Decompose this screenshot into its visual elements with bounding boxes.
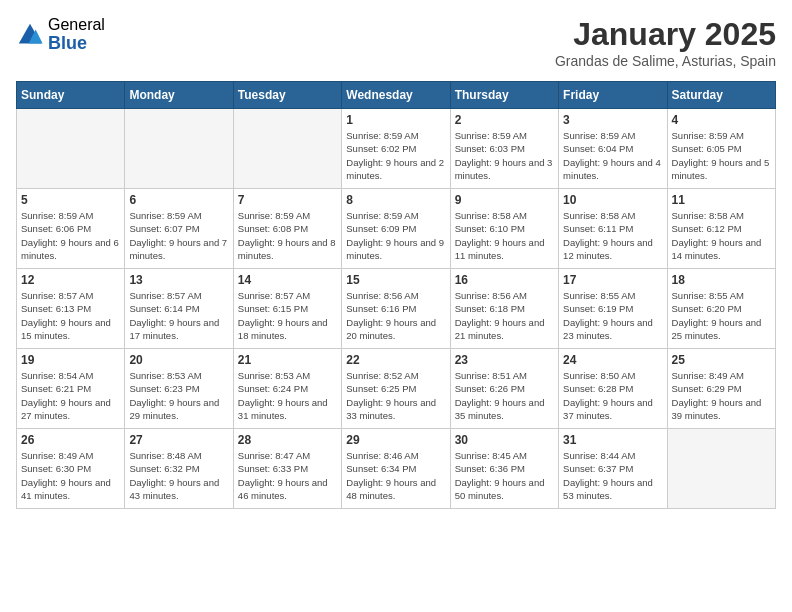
day-number: 16 <box>455 273 554 287</box>
day-number: 25 <box>672 353 771 367</box>
day-info: Sunrise: 8:59 AMSunset: 6:03 PMDaylight:… <box>455 129 554 182</box>
day-number: 24 <box>563 353 662 367</box>
day-info: Sunrise: 8:59 AMSunset: 6:06 PMDaylight:… <box>21 209 120 262</box>
calendar-cell <box>17 109 125 189</box>
day-number: 8 <box>346 193 445 207</box>
calendar-cell: 15 Sunrise: 8:56 AMSunset: 6:16 PMDaylig… <box>342 269 450 349</box>
calendar-cell <box>125 109 233 189</box>
day-number: 31 <box>563 433 662 447</box>
calendar-cell: 5 Sunrise: 8:59 AMSunset: 6:06 PMDayligh… <box>17 189 125 269</box>
day-info: Sunrise: 8:48 AMSunset: 6:32 PMDaylight:… <box>129 449 228 502</box>
day-number: 22 <box>346 353 445 367</box>
calendar-cell: 10 Sunrise: 8:58 AMSunset: 6:11 PMDaylig… <box>559 189 667 269</box>
calendar-cell: 9 Sunrise: 8:58 AMSunset: 6:10 PMDayligh… <box>450 189 558 269</box>
column-header-tuesday: Tuesday <box>233 82 341 109</box>
day-info: Sunrise: 8:56 AMSunset: 6:18 PMDaylight:… <box>455 289 554 342</box>
calendar-week-row: 5 Sunrise: 8:59 AMSunset: 6:06 PMDayligh… <box>17 189 776 269</box>
day-info: Sunrise: 8:47 AMSunset: 6:33 PMDaylight:… <box>238 449 337 502</box>
logo-blue: Blue <box>48 34 105 54</box>
calendar-cell: 17 Sunrise: 8:55 AMSunset: 6:19 PMDaylig… <box>559 269 667 349</box>
calendar-week-row: 19 Sunrise: 8:54 AMSunset: 6:21 PMDaylig… <box>17 349 776 429</box>
calendar-cell: 28 Sunrise: 8:47 AMSunset: 6:33 PMDaylig… <box>233 429 341 509</box>
calendar-cell: 1 Sunrise: 8:59 AMSunset: 6:02 PMDayligh… <box>342 109 450 189</box>
calendar-cell: 24 Sunrise: 8:50 AMSunset: 6:28 PMDaylig… <box>559 349 667 429</box>
calendar-cell: 30 Sunrise: 8:45 AMSunset: 6:36 PMDaylig… <box>450 429 558 509</box>
column-header-sunday: Sunday <box>17 82 125 109</box>
calendar-cell: 22 Sunrise: 8:52 AMSunset: 6:25 PMDaylig… <box>342 349 450 429</box>
day-info: Sunrise: 8:45 AMSunset: 6:36 PMDaylight:… <box>455 449 554 502</box>
day-info: Sunrise: 8:49 AMSunset: 6:30 PMDaylight:… <box>21 449 120 502</box>
day-number: 9 <box>455 193 554 207</box>
calendar-cell: 31 Sunrise: 8:44 AMSunset: 6:37 PMDaylig… <box>559 429 667 509</box>
calendar-week-row: 12 Sunrise: 8:57 AMSunset: 6:13 PMDaylig… <box>17 269 776 349</box>
calendar-cell: 8 Sunrise: 8:59 AMSunset: 6:09 PMDayligh… <box>342 189 450 269</box>
calendar-cell: 13 Sunrise: 8:57 AMSunset: 6:14 PMDaylig… <box>125 269 233 349</box>
day-info: Sunrise: 8:53 AMSunset: 6:23 PMDaylight:… <box>129 369 228 422</box>
day-info: Sunrise: 8:59 AMSunset: 6:02 PMDaylight:… <box>346 129 445 182</box>
day-info: Sunrise: 8:51 AMSunset: 6:26 PMDaylight:… <box>455 369 554 422</box>
day-number: 7 <box>238 193 337 207</box>
day-number: 4 <box>672 113 771 127</box>
day-number: 6 <box>129 193 228 207</box>
calendar-cell: 2 Sunrise: 8:59 AMSunset: 6:03 PMDayligh… <box>450 109 558 189</box>
title-block: January 2025 Grandas de Salime, Asturias… <box>555 16 776 69</box>
day-number: 19 <box>21 353 120 367</box>
day-info: Sunrise: 8:59 AMSunset: 6:04 PMDaylight:… <box>563 129 662 182</box>
day-number: 14 <box>238 273 337 287</box>
calendar-cell: 6 Sunrise: 8:59 AMSunset: 6:07 PMDayligh… <box>125 189 233 269</box>
calendar-cell: 29 Sunrise: 8:46 AMSunset: 6:34 PMDaylig… <box>342 429 450 509</box>
day-number: 12 <box>21 273 120 287</box>
day-number: 30 <box>455 433 554 447</box>
column-header-friday: Friday <box>559 82 667 109</box>
day-number: 2 <box>455 113 554 127</box>
calendar-week-row: 1 Sunrise: 8:59 AMSunset: 6:02 PMDayligh… <box>17 109 776 189</box>
calendar-cell: 20 Sunrise: 8:53 AMSunset: 6:23 PMDaylig… <box>125 349 233 429</box>
day-number: 28 <box>238 433 337 447</box>
logo-general: General <box>48 16 105 34</box>
day-info: Sunrise: 8:57 AMSunset: 6:13 PMDaylight:… <box>21 289 120 342</box>
calendar-cell: 11 Sunrise: 8:58 AMSunset: 6:12 PMDaylig… <box>667 189 775 269</box>
location: Grandas de Salime, Asturias, Spain <box>555 53 776 69</box>
calendar-cell: 3 Sunrise: 8:59 AMSunset: 6:04 PMDayligh… <box>559 109 667 189</box>
calendar-cell: 19 Sunrise: 8:54 AMSunset: 6:21 PMDaylig… <box>17 349 125 429</box>
day-info: Sunrise: 8:49 AMSunset: 6:29 PMDaylight:… <box>672 369 771 422</box>
logo: General Blue <box>16 16 105 53</box>
day-info: Sunrise: 8:57 AMSunset: 6:15 PMDaylight:… <box>238 289 337 342</box>
day-info: Sunrise: 8:59 AMSunset: 6:05 PMDaylight:… <box>672 129 771 182</box>
calendar-cell: 23 Sunrise: 8:51 AMSunset: 6:26 PMDaylig… <box>450 349 558 429</box>
day-number: 1 <box>346 113 445 127</box>
day-info: Sunrise: 8:56 AMSunset: 6:16 PMDaylight:… <box>346 289 445 342</box>
calendar-table: SundayMondayTuesdayWednesdayThursdayFrid… <box>16 81 776 509</box>
day-info: Sunrise: 8:53 AMSunset: 6:24 PMDaylight:… <box>238 369 337 422</box>
column-header-saturday: Saturday <box>667 82 775 109</box>
day-info: Sunrise: 8:59 AMSunset: 6:09 PMDaylight:… <box>346 209 445 262</box>
day-number: 26 <box>21 433 120 447</box>
day-number: 23 <box>455 353 554 367</box>
calendar-cell: 26 Sunrise: 8:49 AMSunset: 6:30 PMDaylig… <box>17 429 125 509</box>
month-title: January 2025 <box>555 16 776 53</box>
day-info: Sunrise: 8:58 AMSunset: 6:11 PMDaylight:… <box>563 209 662 262</box>
calendar-cell: 4 Sunrise: 8:59 AMSunset: 6:05 PMDayligh… <box>667 109 775 189</box>
day-info: Sunrise: 8:55 AMSunset: 6:20 PMDaylight:… <box>672 289 771 342</box>
day-number: 15 <box>346 273 445 287</box>
calendar-cell: 7 Sunrise: 8:59 AMSunset: 6:08 PMDayligh… <box>233 189 341 269</box>
day-info: Sunrise: 8:59 AMSunset: 6:08 PMDaylight:… <box>238 209 337 262</box>
day-info: Sunrise: 8:57 AMSunset: 6:14 PMDaylight:… <box>129 289 228 342</box>
calendar-cell <box>233 109 341 189</box>
calendar-cell: 18 Sunrise: 8:55 AMSunset: 6:20 PMDaylig… <box>667 269 775 349</box>
day-number: 18 <box>672 273 771 287</box>
day-number: 5 <box>21 193 120 207</box>
day-info: Sunrise: 8:54 AMSunset: 6:21 PMDaylight:… <box>21 369 120 422</box>
logo-text: General Blue <box>48 16 105 53</box>
page-header: General Blue January 2025 Grandas de Sal… <box>16 16 776 69</box>
column-header-thursday: Thursday <box>450 82 558 109</box>
day-info: Sunrise: 8:59 AMSunset: 6:07 PMDaylight:… <box>129 209 228 262</box>
day-number: 10 <box>563 193 662 207</box>
calendar-cell: 16 Sunrise: 8:56 AMSunset: 6:18 PMDaylig… <box>450 269 558 349</box>
column-header-monday: Monday <box>125 82 233 109</box>
day-number: 17 <box>563 273 662 287</box>
calendar-week-row: 26 Sunrise: 8:49 AMSunset: 6:30 PMDaylig… <box>17 429 776 509</box>
calendar-cell: 21 Sunrise: 8:53 AMSunset: 6:24 PMDaylig… <box>233 349 341 429</box>
column-header-wednesday: Wednesday <box>342 82 450 109</box>
day-number: 20 <box>129 353 228 367</box>
